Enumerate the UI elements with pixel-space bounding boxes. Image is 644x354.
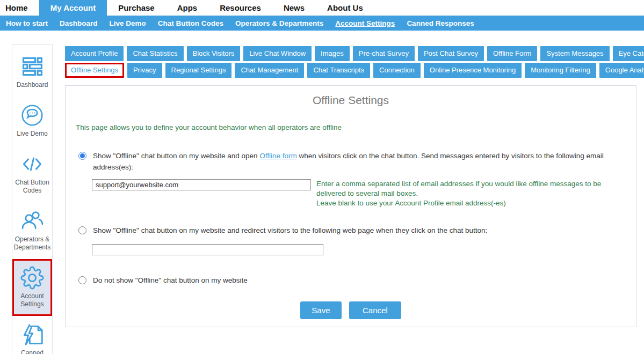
tab-monitoring-filtering[interactable]: Monitoring Filtering bbox=[525, 63, 596, 78]
option-show-offline-form: Show "Offline" chat button on my website… bbox=[78, 151, 614, 173]
topnav-item-my-account[interactable]: My Account bbox=[39, 0, 107, 16]
option1-text-before: Show "Offline" chat button on my website… bbox=[93, 152, 259, 160]
topnav-item-news[interactable]: News bbox=[272, 0, 316, 16]
tab-privacy[interactable]: Privacy bbox=[127, 63, 162, 78]
sidebar-item-label: Live Demo bbox=[17, 130, 47, 138]
tab-regional-settings[interactable]: Regional Settings bbox=[165, 63, 232, 78]
topnav-item-resources[interactable]: Resources bbox=[208, 0, 272, 16]
offline-settings-panel: Offline Settings This page allows you to… bbox=[65, 85, 636, 327]
tab-google-analytics[interactable]: Google Analytics bbox=[599, 63, 644, 78]
page-title: Offline Settings bbox=[66, 94, 636, 107]
sub-navigation: How to start Dashboard Live Demo Chat Bu… bbox=[0, 16, 644, 31]
tab-pre-chat-survey[interactable]: Pre-chat Survey bbox=[353, 46, 415, 61]
topnav-item-home[interactable]: Home bbox=[0, 0, 39, 16]
subnav-item-dashboard[interactable]: Dashboard bbox=[54, 19, 103, 27]
canned-responses-icon bbox=[20, 323, 44, 346]
subnav-item-account-settings[interactable]: Account Settings bbox=[330, 19, 400, 27]
sidebar-item-dashboard[interactable]: Dashboard bbox=[12, 48, 52, 97]
tab-chat-transcripts[interactable]: Chat Transcripts bbox=[307, 63, 370, 78]
tab-post-chat-survey[interactable]: Post Chat Survey bbox=[418, 46, 484, 61]
tab-chat-management[interactable]: Chat Management bbox=[235, 63, 304, 78]
code-icon bbox=[20, 152, 44, 176]
tab-images[interactable]: Images bbox=[315, 46, 350, 61]
option-redirect-web-page: Show "Offline" chat button on my website… bbox=[78, 225, 614, 237]
sidebar-item-chat-button-codes[interactable]: Chat Button Codes bbox=[12, 145, 52, 202]
option-redirect-web-page-label: Show "Offline" chat button on my website… bbox=[93, 225, 487, 237]
tab-row-2: Offline Settings Privacy Regional Settin… bbox=[65, 63, 641, 78]
option-no-offline-button: Do not show "Offline" chat button on my … bbox=[78, 275, 614, 286]
email-row: Enter a comma separated list of email ad… bbox=[92, 179, 636, 209]
topnav-item-about-us[interactable]: About Us bbox=[316, 0, 374, 16]
sidebar-item-label: Chat Button Codes bbox=[15, 179, 49, 195]
subnav-item-chat-button-codes[interactable]: Chat Button Codes bbox=[153, 19, 229, 27]
sidebar-item-label: Operators & Departments bbox=[14, 235, 51, 252]
sidebar: Dashboard Live Demo Chat Button Codes Op… bbox=[12, 44, 53, 354]
sidebar-item-label: Canned Responses bbox=[15, 349, 49, 354]
offline-form-link[interactable]: Offline form bbox=[259, 152, 297, 160]
tab-offline-settings[interactable]: Offline Settings bbox=[65, 63, 124, 78]
tab-system-messages[interactable]: System Messages bbox=[540, 46, 609, 61]
topnav-item-purchase[interactable]: Purchase bbox=[107, 0, 166, 16]
cancel-button[interactable]: Cancel bbox=[349, 301, 401, 319]
email-help-line-2: Leave blank to use your Account Profile … bbox=[316, 198, 627, 208]
email-help-text: Enter a comma separated list of email ad… bbox=[316, 179, 627, 209]
operators-people-icon bbox=[20, 209, 44, 233]
radio-no-offline-button[interactable] bbox=[78, 276, 86, 284]
gear-icon bbox=[20, 266, 44, 290]
sidebar-item-live-demo[interactable]: Live Demo bbox=[12, 97, 52, 145]
page-description: This page allows you to define your acco… bbox=[76, 123, 636, 131]
live-demo-chat-icon bbox=[20, 104, 44, 127]
sidebar-item-label: Account Settings bbox=[15, 292, 49, 308]
topnav-item-apps[interactable]: Apps bbox=[166, 0, 209, 16]
tab-account-profile[interactable]: Account Profile bbox=[65, 46, 124, 61]
sidebar-item-label: Dashboard bbox=[17, 81, 48, 89]
offline-email-input[interactable] bbox=[92, 179, 311, 190]
sidebar-item-account-settings[interactable]: Account Settings bbox=[12, 259, 52, 316]
sidebar-item-operators-departments[interactable]: Operators & Departments bbox=[12, 202, 52, 259]
radio-show-offline-form[interactable] bbox=[78, 152, 86, 160]
tab-offline-form[interactable]: Offline Form bbox=[487, 46, 537, 61]
sidebar-item-canned-responses[interactable]: Canned Responses bbox=[12, 316, 52, 354]
settings-tabs: Account Profile Chat Statistics Block Vi… bbox=[65, 46, 641, 79]
dashboard-icon bbox=[20, 55, 44, 78]
tab-online-presence-monitoring[interactable]: Online Presence Monitoring bbox=[424, 63, 522, 78]
top-navigation: Home My Account Purchase Apps Resources … bbox=[0, 0, 644, 16]
tab-connection[interactable]: Connection bbox=[373, 63, 421, 78]
tab-eye-catcher[interactable]: Eye Catcher bbox=[613, 46, 644, 61]
save-button[interactable]: Save bbox=[300, 301, 341, 319]
option-no-offline-button-label: Do not show "Offline" chat button on my … bbox=[93, 275, 248, 286]
redirect-url-input[interactable] bbox=[92, 244, 323, 255]
tab-block-visitors[interactable]: Block Visitors bbox=[187, 46, 241, 61]
tab-row-1: Account Profile Chat Statistics Block Vi… bbox=[65, 46, 641, 61]
subnav-item-operators-departments[interactable]: Operators & Departments bbox=[230, 19, 329, 27]
button-row: Save Cancel bbox=[66, 301, 636, 319]
tab-chat-statistics[interactable]: Chat Statistics bbox=[127, 46, 183, 61]
tab-live-chat-window[interactable]: Live Chat Window bbox=[243, 46, 312, 61]
subnav-item-live-demo[interactable]: Live Demo bbox=[104, 19, 151, 27]
subnav-item-how-to-start[interactable]: How to start bbox=[1, 19, 53, 27]
radio-redirect-web-page[interactable] bbox=[78, 226, 86, 234]
email-help-line-1: Enter a comma separated list of email ad… bbox=[316, 179, 627, 198]
option-show-offline-form-label: Show "Offline" chat button on my website… bbox=[93, 151, 614, 173]
subnav-item-canned-responses[interactable]: Canned Responses bbox=[401, 19, 479, 27]
